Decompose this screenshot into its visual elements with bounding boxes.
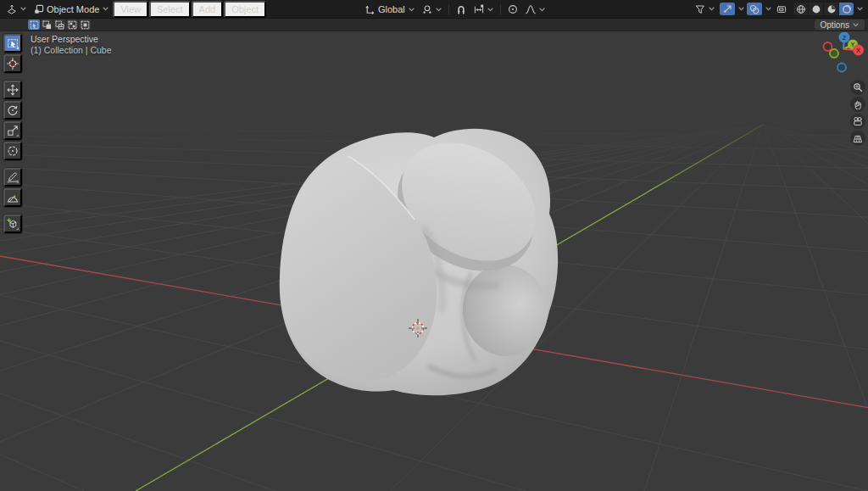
tool-transform[interactable] <box>3 142 22 160</box>
header-left-group: Object Mode ViewSelectAddObject <box>3 1 266 18</box>
orientation-global-icon <box>365 4 376 14</box>
select-mode-set[interactable] <box>28 20 40 30</box>
tool-settings-bar: Options <box>0 19 868 31</box>
tool-move[interactable] <box>3 81 22 99</box>
tool-add-cube[interactable] <box>3 215 22 233</box>
chevron-down-icon[interactable] <box>857 7 863 11</box>
select-extend-icon <box>42 20 52 30</box>
nav-perspective-button[interactable] <box>850 131 865 146</box>
toolbar-group-gap <box>3 75 22 79</box>
cursor-tool-icon <box>7 58 19 70</box>
snap-target-dropdown[interactable] <box>470 2 497 17</box>
pivot-point-dropdown[interactable] <box>419 2 445 17</box>
select-mode-intersect[interactable] <box>79 20 91 30</box>
viewport-shading-group <box>793 3 854 15</box>
proportional-falloff-dropdown[interactable] <box>522 2 548 17</box>
chevron-down-icon <box>738 7 744 11</box>
gizmo-x-label: X <box>856 47 860 54</box>
tool-shelf <box>3 34 22 233</box>
transform-tool-icon <box>7 145 19 157</box>
shading-wireframe-button[interactable] <box>793 3 809 15</box>
select-mode-subtract[interactable] <box>53 20 65 30</box>
object-visibility-icon <box>695 4 705 14</box>
tool-cursor[interactable] <box>3 54 22 73</box>
object-mode-icon <box>34 4 44 14</box>
separator <box>500 4 501 14</box>
toolbar-group-gap <box>3 162 22 166</box>
select-mode-group <box>28 20 91 30</box>
select-subtract-icon <box>55 20 64 30</box>
menu-object[interactable]: Object <box>224 1 266 18</box>
tool-scale[interactable] <box>3 121 22 140</box>
snap-magnet-icon <box>456 4 466 14</box>
transform-controls: Global <box>362 0 548 19</box>
toolbar-group-gap <box>3 209 22 213</box>
proportional-edit-toggle[interactable] <box>504 2 521 17</box>
pan-hand-icon <box>853 99 863 109</box>
separator <box>448 4 449 14</box>
chevron-down-icon <box>765 7 771 11</box>
gizmo-z-label: Z <box>843 34 847 42</box>
chevron-down-icon <box>409 8 415 12</box>
navigation-gizmo[interactable]: ZYX <box>819 32 866 80</box>
zoom-icon <box>853 82 863 92</box>
camera-view-icon <box>853 116 863 126</box>
overlays-toggle-icon <box>749 4 760 14</box>
gizmo-neg-x-ball[interactable] <box>824 42 832 51</box>
menu-view[interactable]: View <box>113 1 148 18</box>
chevron-down-icon <box>709 7 715 11</box>
rotate-tool-icon <box>7 104 19 116</box>
gizmo-neg-z-ball[interactable] <box>837 64 846 72</box>
rendered-shading-icon <box>842 4 852 14</box>
subtool-indicator <box>16 227 19 230</box>
gizmo-neg-y-ball[interactable] <box>830 49 838 58</box>
select-mode-extend[interactable] <box>41 20 53 30</box>
material-preview-icon <box>826 4 837 14</box>
snap-toggle[interactable] <box>453 2 470 17</box>
wireframe-shading-icon <box>796 4 806 14</box>
select-mode-invert[interactable] <box>66 20 78 30</box>
tool-annotate[interactable] <box>3 168 22 187</box>
tool-select-box[interactable] <box>3 34 22 53</box>
mode-label: Object Mode <box>47 4 99 14</box>
select-invert-icon <box>68 20 77 30</box>
orientation-label: Global <box>378 4 405 14</box>
viewport-options-dropdown[interactable]: Options <box>815 20 865 30</box>
solid-shading-icon <box>811 4 821 14</box>
chevron-down-icon <box>103 7 108 11</box>
xray-toggle[interactable] <box>773 2 790 17</box>
overlays-toggle[interactable] <box>746 2 772 17</box>
nav-zoom-button[interactable] <box>850 80 865 95</box>
subtool-indicator <box>16 181 19 183</box>
gizmos-toggle[interactable] <box>719 2 745 17</box>
menu-add[interactable]: Add <box>192 1 224 18</box>
shading-material-preview-button[interactable] <box>824 3 839 15</box>
subtool-indicator <box>16 47 19 49</box>
chevron-down-icon <box>20 7 26 11</box>
object-visibility-dropdown[interactable] <box>692 2 718 17</box>
viewport-canvas[interactable] <box>0 31 868 491</box>
editor-3d-viewport-icon <box>7 4 17 14</box>
chevron-down-icon <box>487 8 493 12</box>
viewport-3d[interactable]: User Perspective (1) Collection | Cube Z… <box>0 31 868 491</box>
nav-pan-button[interactable] <box>850 97 865 112</box>
falloff-curve-icon <box>526 4 536 14</box>
viewport-nav-buttons <box>850 80 865 146</box>
menu-select[interactable]: Select <box>149 1 191 18</box>
viewport-header: Object Mode ViewSelectAddObject Global <box>0 0 868 19</box>
chevron-down-icon <box>436 8 442 12</box>
mode-selector-dropdown[interactable]: Object Mode <box>31 2 112 17</box>
select-set-icon <box>30 20 39 30</box>
editor-type-button[interactable] <box>3 2 30 17</box>
select-intersect-icon <box>81 20 90 30</box>
shading-rendered-button[interactable] <box>839 3 854 15</box>
tool-measure[interactable] <box>3 188 22 207</box>
chevron-down-icon <box>539 8 545 12</box>
transform-orientation-dropdown[interactable]: Global <box>362 2 418 17</box>
xray-toggle-icon <box>776 4 787 14</box>
menu-bar: ViewSelectAddObject <box>113 1 266 18</box>
chevron-down-icon <box>853 23 859 27</box>
shading-solid-button[interactable] <box>809 3 824 15</box>
nav-camera-button[interactable] <box>850 114 865 129</box>
tool-rotate[interactable] <box>3 101 22 120</box>
